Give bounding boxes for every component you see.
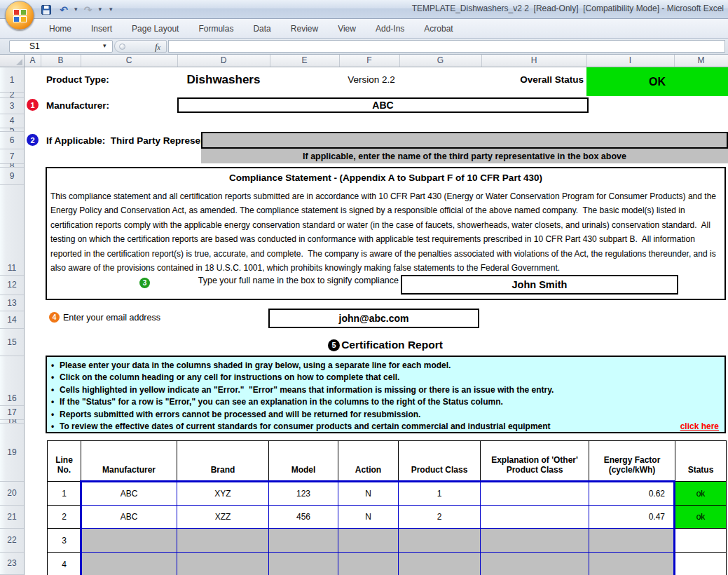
cell-r20-explanation-of-other-product-class[interactable] — [480, 481, 589, 506]
table-col-header-model[interactable]: Model — [268, 440, 338, 482]
name-box-dropdown-icon[interactable]: ▾ — [103, 43, 107, 49]
column-header-m[interactable]: M — [674, 55, 728, 67]
select-all-corner[interactable] — [0, 55, 25, 67]
cell-r22-product-class[interactable] — [398, 528, 481, 553]
column-header-e[interactable]: E — [270, 55, 340, 67]
row-header-21[interactable]: 21 — [0, 505, 24, 529]
ribbon-tab-acrobat[interactable]: Acrobat — [414, 20, 462, 37]
cell-r21-model[interactable]: 456 — [268, 505, 338, 529]
cell-r22-status[interactable] — [675, 528, 727, 553]
table-col-header-explanation-of-other-product-class[interactable]: Explanation of 'Other' Product Class — [480, 440, 589, 482]
undo-dropdown-icon[interactable]: ▾ — [74, 6, 78, 13]
email-input[interactable]: john@abc.com — [268, 309, 479, 328]
row-header-7[interactable]: 7 — [0, 149, 24, 164]
customize-toolbar-icon[interactable]: ▾ — [109, 6, 113, 13]
column-header-f[interactable]: F — [339, 55, 400, 67]
column-header-h[interactable]: H — [481, 55, 587, 67]
cell-r23-explanation-of-other-product-class[interactable] — [480, 552, 589, 575]
table-col-header-status[interactable]: Status — [675, 440, 727, 482]
row-header-11[interactable]: 11 — [0, 184, 24, 276]
cell-r22-line-no[interactable]: 3 — [47, 528, 81, 553]
formula-input[interactable] — [168, 40, 725, 53]
column-header-g[interactable]: G — [399, 55, 482, 67]
name-box[interactable]: S1 — [9, 40, 113, 53]
cell-r21-brand[interactable]: XZZ — [177, 505, 269, 529]
row-header-16[interactable]: 16 — [0, 356, 24, 406]
ribbon-tab-data[interactable]: Data — [243, 20, 280, 37]
insert-function-icon[interactable]: fx — [155, 41, 160, 53]
cell-r22-manufacturer[interactable] — [81, 528, 177, 553]
cell-r21-manufacturer[interactable]: ABC — [81, 505, 177, 529]
table-col-header-brand[interactable]: Brand — [177, 440, 269, 482]
cell-r22-explanation-of-other-product-class[interactable] — [480, 528, 589, 553]
ribbon-tab-review[interactable]: Review — [281, 20, 328, 37]
ribbon-tab-home[interactable]: Home — [39, 20, 81, 37]
cell-r20-manufacturer[interactable]: ABC — [81, 481, 177, 506]
redo-dropdown-icon[interactable]: ▾ — [99, 6, 102, 13]
cell-r23-energy-factor-cycle-kwh[interactable] — [589, 552, 675, 575]
row-header-22[interactable]: 22 — [0, 528, 24, 553]
click-here-link[interactable]: click here — [680, 421, 719, 433]
redo-icon[interactable]: ↷ — [81, 3, 95, 16]
row-header-4[interactable]: 4 — [0, 114, 24, 128]
signature-input[interactable]: John Smith — [401, 275, 678, 295]
row-header-23[interactable]: 23 — [0, 552, 24, 575]
office-button[interactable] — [5, 1, 34, 30]
cell-r22-brand[interactable] — [177, 528, 269, 553]
row-header-17[interactable]: 17 — [0, 405, 24, 420]
table-col-header-energy-factor-cycle-kwh[interactable]: Energy Factor (cycle/kWh) — [589, 440, 675, 482]
ribbon-tab-add-ins[interactable]: Add-Ins — [366, 20, 414, 37]
ribbon-tab-formulas[interactable]: Formulas — [188, 20, 243, 37]
column-header-i[interactable]: I — [586, 55, 675, 67]
cell-r23-model[interactable] — [268, 552, 338, 575]
ribbon-tab-view[interactable]: View — [328, 20, 366, 37]
table-col-header-action[interactable]: Action — [338, 440, 399, 482]
table-col-header-manufacturer[interactable]: Manufacturer — [81, 440, 177, 482]
third-party-input[interactable] — [201, 132, 728, 149]
cell-r23-manufacturer[interactable] — [81, 552, 177, 575]
table-col-header-line-no[interactable]: Line No. — [47, 440, 81, 482]
cell-r23-status[interactable] — [675, 552, 727, 575]
cell-r23-brand[interactable] — [177, 552, 269, 575]
cell-r20-status[interactable]: ok — [675, 481, 727, 506]
cell-r20-product-class[interactable]: 1 — [398, 481, 481, 506]
row-header-15[interactable]: 15 — [0, 328, 24, 356]
cell-r21-action[interactable]: N — [338, 505, 399, 529]
ribbon-tab-insert[interactable]: Insert — [81, 20, 122, 37]
cell-r21-product-class[interactable]: 2 — [398, 505, 481, 529]
row-header-12[interactable]: 12 — [0, 275, 24, 295]
cell-r22-action[interactable] — [338, 528, 399, 553]
column-header-b[interactable]: B — [41, 55, 81, 67]
cell-r21-explanation-of-other-product-class[interactable] — [480, 505, 589, 529]
cell-r20-model[interactable]: 123 — [268, 481, 338, 506]
row-header-9[interactable]: 9 — [0, 167, 24, 185]
cell-r20-brand[interactable]: XYZ — [177, 481, 269, 506]
row-header-19[interactable]: 19 — [0, 423, 24, 482]
row-header-13[interactable]: 13 — [0, 295, 24, 311]
column-header-c[interactable]: C — [81, 55, 178, 67]
cell-r23-action[interactable] — [338, 552, 399, 575]
row-header-3[interactable]: 3 — [0, 97, 24, 114]
manufacturer-input[interactable]: ABC — [177, 97, 589, 113]
column-header-a[interactable]: A — [25, 55, 41, 67]
cell-r21-status[interactable]: ok — [675, 505, 727, 529]
row-header-14[interactable]: 14 — [0, 311, 24, 329]
step-5-badge: 5 — [328, 339, 340, 351]
table-col-header-product-class[interactable]: Product Class — [398, 440, 481, 482]
cell-r20-energy-factor-cycle-kwh[interactable]: 0.62 — [589, 481, 675, 506]
cell-r20-line-no[interactable]: 1 — [47, 481, 81, 506]
undo-icon[interactable]: ↶ — [57, 3, 71, 16]
cell-r23-product-class[interactable] — [398, 552, 481, 575]
row-header-1[interactable]: 1 — [0, 67, 24, 93]
column-header-d[interactable]: D — [177, 55, 270, 67]
row-header-6[interactable]: 6 — [0, 131, 24, 149]
cell-r22-energy-factor-cycle-kwh[interactable] — [589, 528, 675, 553]
cell-r21-energy-factor-cycle-kwh[interactable]: 0.47 — [589, 505, 675, 529]
ribbon-tab-page-layout[interactable]: Page Layout — [122, 20, 188, 37]
cell-r22-model[interactable] — [268, 528, 338, 553]
save-icon[interactable] — [39, 3, 53, 16]
cell-r23-line-no[interactable]: 4 — [47, 552, 81, 575]
row-header-20[interactable]: 20 — [0, 481, 24, 506]
cell-r21-line-no[interactable]: 2 — [47, 505, 81, 529]
cell-r20-action[interactable]: N — [338, 481, 399, 506]
